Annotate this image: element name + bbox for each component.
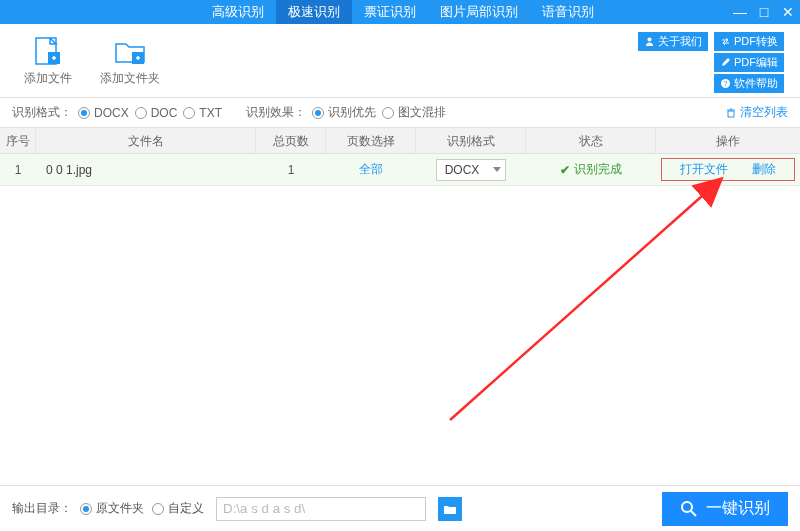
convert-icon	[720, 36, 731, 47]
effect-mixed-radio[interactable]: 图文混排	[382, 104, 446, 121]
mode-tabs: 高级识别 极速识别 票证识别 图片局部识别 语音识别	[200, 0, 606, 24]
effect-priority-radio[interactable]: 识别优先	[312, 104, 376, 121]
titlebar: 高级识别 极速识别 票证识别 图片局部识别 语音识别 — □ ✕	[0, 0, 800, 24]
col-status: 状态	[526, 128, 656, 154]
tab-ticket[interactable]: 票证识别	[352, 0, 428, 24]
check-icon: ✔	[560, 163, 570, 177]
footer: 输出目录： 原文件夹 自定义 一键识别	[0, 485, 800, 531]
tab-advanced[interactable]: 高级识别	[200, 0, 276, 24]
svg-line-8	[691, 511, 696, 516]
table-row[interactable]: 1 0 0 1.jpg 1 全部 DOCX ✔ 识别完成 打开文件 删除	[0, 154, 800, 186]
col-ops: 操作	[656, 128, 800, 154]
col-pageselect: 页数选择	[326, 128, 416, 154]
svg-point-7	[682, 502, 692, 512]
tab-voice[interactable]: 语音识别	[530, 0, 606, 24]
cell-seq: 1	[0, 163, 36, 177]
add-folder-label: 添加文件夹	[100, 70, 160, 87]
app-logo	[0, 0, 200, 24]
add-folder-button[interactable]: 添加文件夹	[86, 32, 174, 91]
effect-label: 识别效果：	[246, 104, 306, 121]
col-pages: 总页数	[256, 128, 326, 154]
about-us-link[interactable]: 关于我们	[638, 32, 708, 51]
col-seq: 序号	[0, 128, 36, 154]
cell-pageselect[interactable]: 全部	[326, 161, 416, 178]
pdf-convert-link[interactable]: PDF转换	[714, 32, 784, 51]
cell-status: ✔ 识别完成	[526, 161, 656, 178]
folder-icon	[443, 503, 457, 515]
open-file-button[interactable]: 打开文件	[680, 161, 728, 178]
window-controls: — □ ✕	[728, 0, 800, 24]
chevron-down-icon	[493, 167, 501, 172]
ops-highlight-box: 打开文件 删除	[661, 158, 795, 181]
table-header: 序号 文件名 总页数 页数选择 识别格式 状态 操作	[0, 128, 800, 154]
tab-fast[interactable]: 极速识别	[276, 0, 352, 24]
maximize-button[interactable]: □	[752, 0, 776, 24]
output-original-radio[interactable]: 原文件夹	[80, 500, 144, 517]
cell-filename: 0 0 1.jpg	[36, 163, 256, 177]
format-select[interactable]: DOCX	[436, 159, 507, 181]
output-group: 输出目录： 原文件夹 自定义	[12, 497, 462, 521]
tab-region[interactable]: 图片局部识别	[428, 0, 530, 24]
col-format: 识别格式	[416, 128, 526, 154]
add-file-button[interactable]: 添加文件	[10, 32, 86, 91]
svg-text:?: ?	[724, 80, 728, 87]
format-doc-radio[interactable]: DOC	[135, 106, 178, 120]
cell-ops: 打开文件 删除	[656, 158, 800, 181]
options-row: 识别格式： DOCX DOC TXT 识别效果： 识别优先 图文混排 清空列表	[0, 98, 800, 128]
annotation-arrow-icon	[430, 170, 740, 440]
delete-button[interactable]: 删除	[752, 161, 776, 178]
right-links: 关于我们 PDF转换 x PDF编辑 x ? 软件帮助	[638, 32, 790, 93]
help-link[interactable]: ? 软件帮助	[714, 74, 784, 93]
toolbar: 添加文件 添加文件夹 关于我们 PDF转换 x PDF编辑 x ?	[0, 24, 800, 98]
help-icon: ?	[720, 78, 731, 89]
format-group: 识别格式： DOCX DOC TXT	[12, 104, 222, 121]
format-docx-radio[interactable]: DOCX	[78, 106, 129, 120]
output-custom-radio[interactable]: 自定义	[152, 500, 204, 517]
col-filename: 文件名	[36, 128, 256, 154]
edit-icon	[720, 57, 731, 68]
cell-format: DOCX	[416, 159, 526, 181]
search-icon	[680, 500, 698, 518]
browse-folder-button[interactable]	[438, 497, 462, 521]
folder-add-icon	[112, 36, 148, 66]
trash-icon	[725, 107, 737, 119]
format-txt-radio[interactable]: TXT	[183, 106, 222, 120]
clear-list-button[interactable]: 清空列表	[725, 104, 788, 121]
svg-line-6	[450, 180, 720, 420]
minimize-button[interactable]: —	[728, 0, 752, 24]
pdf-edit-link[interactable]: PDF编辑	[714, 53, 784, 72]
close-button[interactable]: ✕	[776, 0, 800, 24]
person-icon	[644, 36, 655, 47]
file-add-icon	[30, 36, 66, 66]
svg-point-3	[648, 38, 652, 42]
format-label: 识别格式：	[12, 104, 72, 121]
effect-group: 识别效果： 识别优先 图文混排	[246, 104, 446, 121]
add-file-label: 添加文件	[24, 70, 72, 87]
output-path-input[interactable]	[216, 497, 426, 521]
output-label: 输出目录：	[12, 500, 72, 517]
cell-pages: 1	[256, 163, 326, 177]
recognize-button[interactable]: 一键识别	[662, 492, 788, 526]
